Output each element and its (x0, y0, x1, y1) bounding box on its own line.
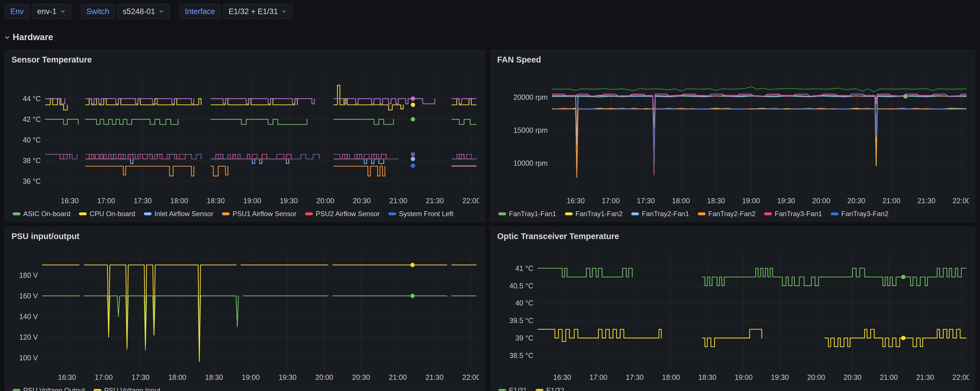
optic-transceiver-temperature-chart-canvas[interactable]: 38.5 °C39 °C39.5 °C40 °C40.5 °C41 °C16:3… (497, 248, 969, 383)
svg-text:17:30: 17:30 (132, 373, 150, 381)
legend-item-fantray1-fan2[interactable]: FanTray1-Fan2 (565, 210, 623, 218)
svg-text:19:00: 19:00 (243, 197, 261, 205)
series-line-fantray2-fan1 (552, 96, 966, 173)
legend-label: PSU2 Fan (642, 220, 674, 222)
legend-label: FanTray3-Fan2 (842, 210, 889, 218)
svg-text:42 °C: 42 °C (23, 115, 41, 123)
legend-item-fantray3-fan2[interactable]: FanTray3-Fan2 (831, 210, 889, 218)
series-line-inlet-airflow-sensor (86, 159, 476, 164)
fan-speed-chart-canvas[interactable]: 10000 rpm15000 rpm20000 rpm16:3017:0017:… (497, 71, 969, 206)
legend-item-system-front-right[interactable]: System Front Right (95, 220, 164, 222)
legend-label: PSU Voltage Input (104, 386, 161, 391)
svg-text:21:30: 21:30 (426, 197, 444, 205)
legend-label: FanTray1-Fan1 (509, 210, 556, 218)
legend-item-asic-on-board[interactable]: ASIC On-board (13, 210, 70, 218)
svg-text:22:00: 22:00 (953, 373, 969, 381)
env-filter-value: env-1 (37, 7, 57, 16)
legend-label: E1/32 (546, 386, 564, 391)
legend-swatch (144, 212, 151, 215)
legend-swatch (13, 389, 21, 391)
switch-filter-dropdown[interactable]: s5248-01 (118, 4, 170, 19)
panel-psu-input-output: PSU input/output 100 V120 V140 V160 V180… (5, 226, 485, 391)
svg-text:20:00: 20:00 (317, 197, 334, 205)
chevron-down-icon (281, 9, 287, 14)
legend-item-inlet-airflow-sensor[interactable]: Inlet Airflow Sensor (144, 210, 213, 218)
svg-text:22:00: 22:00 (463, 197, 479, 205)
dashboard-variable-bar: Env env-1 Switch s5248-01 Interface E1/3… (0, 0, 980, 19)
svg-text:40 °C: 40 °C (515, 299, 533, 307)
svg-text:17:30: 17:30 (626, 373, 644, 381)
legend-swatch (79, 212, 87, 215)
legend-item-psu-voltage-input[interactable]: PSU Voltage Input (94, 386, 161, 391)
legend-swatch (698, 212, 706, 215)
legend-item-fantray4-fan1[interactable]: FanTray4-Fan1 (498, 220, 556, 222)
svg-text:180 V: 180 V (19, 271, 38, 279)
legend-item-system-front-left[interactable]: System Front Left (388, 210, 453, 218)
svg-text:21:00: 21:00 (389, 373, 407, 381)
svg-text:21:30: 21:30 (918, 197, 935, 205)
legend-item-psu2-airflow-sensor[interactable]: PSU2 Airflow Sensor (305, 210, 380, 218)
panel-title[interactable]: Optic Transceiver Temperature (497, 231, 619, 241)
svg-text:18:30: 18:30 (207, 197, 225, 205)
interface-filter-dropdown[interactable]: E1/32 + E1/31 (223, 4, 293, 19)
svg-text:16:30: 16:30 (566, 197, 585, 205)
panel-title[interactable]: Sensor Temperature (11, 55, 92, 65)
legend-row: FanTray4-Fan1FanTray4-Fan2PSU2 Fan (498, 219, 969, 222)
legend-label: System Front Left (399, 210, 453, 218)
legend-item-fantray4-fan2[interactable]: FanTray4-Fan2 (565, 220, 623, 222)
svg-text:20:30: 20:30 (847, 197, 865, 205)
legend-item-cpu-on-board[interactable]: CPU On-board (79, 210, 135, 218)
legend-item-fantray3-fan1[interactable]: FanTray3-Fan1 (764, 210, 822, 218)
legend-row: E1/31E1/32 (498, 385, 969, 391)
interface-filter-label: Interface (180, 4, 220, 19)
env-filter-dropdown[interactable]: env-1 (32, 4, 72, 19)
svg-text:17:00: 17:00 (602, 197, 620, 205)
legend-item-system-front-middle[interactable]: System Front Middle (13, 220, 86, 222)
svg-text:19:00: 19:00 (742, 197, 760, 205)
interface-filter-value: E1/32 + E1/31 (229, 7, 278, 16)
series-line-fantray1-fan1 (552, 96, 966, 157)
svg-text:20:30: 20:30 (844, 373, 862, 381)
svg-text:18:30: 18:30 (707, 197, 725, 205)
legend-item-fantray2-fan2[interactable]: FanTray2-Fan2 (698, 210, 756, 218)
grid (45, 76, 476, 193)
series-line-fantray4-fan1 (552, 94, 966, 170)
legend-item-psu-voltage-output[interactable]: PSU Voltage Output (13, 386, 85, 391)
legend-swatch (831, 212, 838, 215)
svg-text:40 °C: 40 °C (23, 136, 41, 144)
legend-item-e1-32[interactable]: E1/32 (536, 386, 564, 391)
legend-item-psu1-airflow-sensor[interactable]: PSU1 Airflow Sensor (222, 210, 296, 218)
panel-title[interactable]: FAN Speed (497, 55, 541, 65)
optic-transceiver-temperature-legend: E1/31E1/32 (497, 385, 969, 391)
sensor-temperature-legend: ASIC On-boardCPU On-boardInlet Airflow S… (11, 208, 479, 222)
svg-text:21:00: 21:00 (880, 373, 898, 381)
svg-text:39 °C: 39 °C (515, 334, 533, 342)
svg-text:21:00: 21:00 (389, 197, 407, 205)
legend-swatch (631, 212, 639, 215)
section-title: Hardware (13, 32, 53, 43)
svg-text:18:00: 18:00 (168, 373, 186, 381)
panel-title[interactable]: PSU input/output (11, 231, 80, 241)
chevron-down-icon (4, 35, 10, 40)
svg-text:10000 rpm: 10000 rpm (513, 159, 548, 167)
switch-filter-value: s5248-01 (123, 7, 155, 16)
svg-text:20:30: 20:30 (353, 197, 371, 205)
legend-item-fantray2-fan1[interactable]: FanTray2-Fan1 (631, 210, 689, 218)
legend-item-e1-31[interactable]: E1/31 (498, 386, 527, 391)
sensor-temperature-chart-canvas[interactable]: 36 °C38 °C40 °C42 °C44 °C16:3017:0017:30… (11, 71, 479, 206)
psu-input-output-chart-canvas[interactable]: 100 V120 V140 V160 V180 V16:3017:0017:30… (11, 248, 479, 383)
legend-label: System Front Middle (23, 220, 86, 222)
env-filter-label: Env (5, 4, 29, 19)
svg-text:19:00: 19:00 (735, 373, 752, 381)
legend-swatch (94, 389, 101, 391)
svg-text:41 °C: 41 °C (515, 264, 533, 272)
legend-item-fantray1-fan1[interactable]: FanTray1-Fan1 (498, 210, 556, 218)
section-header-hardware[interactable]: Hardware (4, 32, 53, 43)
legend-label: FanTray2-Fan2 (708, 210, 756, 218)
legend-item-psu2-fan[interactable]: PSU2 Fan (631, 220, 674, 222)
svg-text:16:30: 16:30 (61, 197, 79, 205)
legend-swatch (565, 212, 573, 215)
series-lines (538, 268, 966, 347)
legend-swatch (388, 212, 396, 215)
series-lines (43, 265, 476, 362)
